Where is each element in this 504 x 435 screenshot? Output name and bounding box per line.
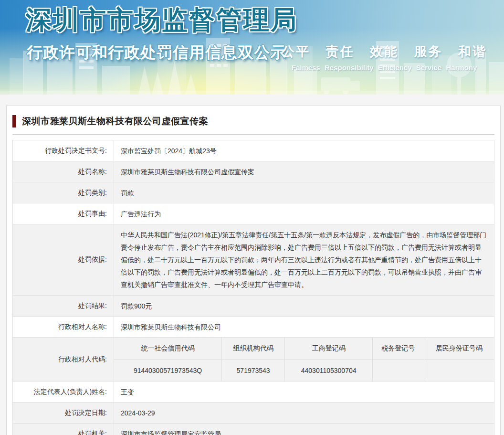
slogan-chinese: 公平 责任 效能 服务 和谐 bbox=[282, 43, 487, 60]
table-row-decision-number: 行政处罚决定书文号: 深市监宝处罚〔2024〕航城23号 bbox=[13, 140, 494, 161]
penalty-info-table: 行政处罚决定书文号: 深市监宝处罚〔2024〕航城23号 处罚名称: 深圳市雅莱… bbox=[12, 140, 494, 435]
table-row-penalty-name: 处罚名称: 深圳市雅莱贝斯生物科技有限公司虚假宣传案 bbox=[13, 161, 494, 182]
case-title-row: 深圳市雅莱贝斯生物科技有限公司虚假宣传案 bbox=[12, 113, 494, 134]
agency-title: 深圳市市场监督管理局 bbox=[26, 3, 298, 38]
codes-header-org-code: 组织机构代码 bbox=[222, 338, 285, 359]
row-label: 处罚结果: bbox=[13, 296, 114, 316]
slogan-block: 公平 责任 效能 服务 和谐 Faimess Responsibility Ef… bbox=[282, 43, 487, 72]
codes-header-business-reg: 工商登记码 bbox=[285, 338, 373, 359]
codes-value-id-number bbox=[424, 360, 494, 381]
site-header: 深圳市市场监督管理局 行政许可和行政处罚信用信息双公示 公平 责任 效能 服务 … bbox=[0, 0, 504, 95]
page-title: 深圳市雅莱贝斯生物科技有限公司虚假宣传案 bbox=[22, 115, 208, 127]
title-marker bbox=[12, 115, 16, 127]
row-value: 深圳市市场监督管理局宝安监管局 bbox=[114, 424, 494, 435]
codes-header-tax-reg: 税务登记号 bbox=[373, 338, 424, 359]
codes-header-row: 统一社会信用代码 组织机构代码 工商登记码 税务登记号 居民身份证号码 bbox=[114, 338, 494, 360]
row-value: 深圳市雅莱贝斯生物科技有限公司虚假宣传案 bbox=[114, 161, 494, 182]
row-value: 罚款900元 bbox=[114, 296, 494, 316]
row-value: 2024-03-29 bbox=[114, 403, 494, 423]
codes-subtable: 统一社会信用代码 组织机构代码 工商登记码 税务登记号 居民身份证号码 9144… bbox=[114, 338, 494, 381]
title-separator bbox=[12, 134, 494, 135]
table-row-penalty-basis: 处罚依据: 中华人民共和国广告法(2021修正)/第五章法律责任/第五十五条/第… bbox=[13, 224, 494, 296]
row-label: 行政相对人名称: bbox=[13, 317, 114, 337]
codes-value-tax-reg bbox=[373, 360, 424, 381]
row-value: 广告违法行为 bbox=[114, 203, 494, 224]
table-row-legal-representative: 法定代表人(负责人)姓名: 王变 bbox=[13, 382, 494, 403]
row-label: 处罚依据: bbox=[13, 224, 114, 295]
table-row-penalty-category: 处罚类别: 罚款 bbox=[13, 182, 494, 203]
row-value: 罚款 bbox=[114, 182, 494, 203]
row-label: 处罚类别: bbox=[13, 182, 114, 203]
table-row-penalty-reason: 处罚事由: 广告违法行为 bbox=[13, 203, 494, 224]
table-row-party-codes: 行政相对人代码: 统一社会信用代码 组织机构代码 工商登记码 税务登记号 居民身… bbox=[13, 338, 494, 382]
codes-header-uscc: 统一社会信用代码 bbox=[114, 338, 222, 359]
agency-subtitle: 行政许可和行政处罚信用信息双公示 bbox=[27, 42, 286, 64]
row-value: 王变 bbox=[114, 382, 494, 402]
table-row-penalty-result: 处罚结果: 罚款900元 bbox=[13, 296, 494, 317]
row-value: 深市监宝处罚〔2024〕航城23号 bbox=[114, 140, 494, 161]
codes-value-uscc: 91440300571973543Q bbox=[114, 360, 222, 381]
table-row-decision-date: 处罚决定日期: 2024-03-29 bbox=[13, 403, 494, 424]
row-label: 处罚决定日期: bbox=[13, 403, 114, 423]
row-label: 处罚名称: bbox=[13, 161, 114, 182]
row-value: 深圳市雅莱贝斯生物科技有限公司 bbox=[114, 317, 494, 337]
row-label: 行政相对人代码: bbox=[13, 338, 114, 381]
row-value: 中华人民共和国广告法(2021修正)/第五章法律责任/第五十五条/第一款违反本法… bbox=[114, 224, 494, 295]
codes-value-business-reg: 440301105300704 bbox=[285, 360, 373, 381]
row-label: 法定代表人(负责人)姓名: bbox=[13, 382, 114, 402]
row-label: 行政处罚决定书文号: bbox=[13, 140, 114, 161]
content-card: 深圳市雅莱贝斯生物科技有限公司虚假宣传案 行政处罚决定书文号: 深市监宝处罚〔2… bbox=[6, 106, 501, 435]
slogan-english: Faimess Responsibility Efficiency Servic… bbox=[282, 64, 487, 72]
codes-values-row: 91440300571973543Q 571973543 44030110530… bbox=[114, 360, 494, 381]
row-label: 处罚机关: bbox=[13, 424, 114, 435]
row-label: 处罚事由: bbox=[13, 203, 114, 224]
table-row-party-name: 行政相对人名称: 深圳市雅莱贝斯生物科技有限公司 bbox=[13, 317, 494, 338]
table-row-penalty-authority: 处罚机关: 深圳市市场监督管理局宝安监管局 bbox=[13, 424, 494, 435]
codes-value-org-code: 571973543 bbox=[222, 360, 285, 381]
codes-header-id-number: 居民身份证号码 bbox=[424, 338, 494, 359]
